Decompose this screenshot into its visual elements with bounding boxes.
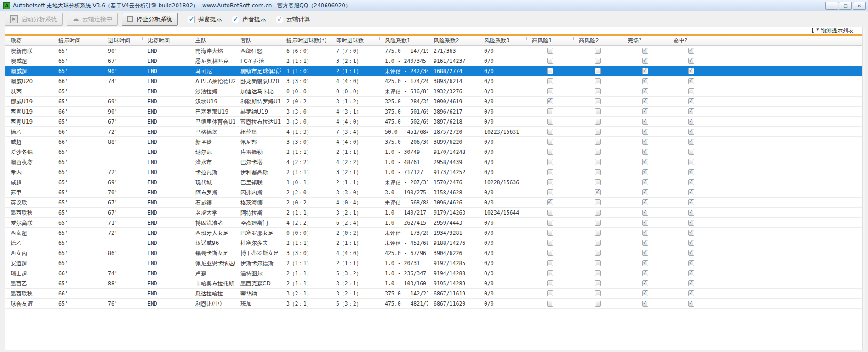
minimize-button[interactable]: — <box>825 2 838 10</box>
hit-checkbox[interactable] <box>688 189 694 195</box>
table-row[interactable]: 西女超65'72'END西班牙人女足巴塞罗那女足0（0：0）2（0：2）未评估 … <box>5 228 865 238</box>
table-row[interactable]: 西青U1966'90'END巴塞罗那U19赫罗纳U193（3：0）4（3：1）3… <box>5 107 865 117</box>
table-row[interactable]: 西青U1965'67'END马德里体育会U19富恩拉布拉达U193（3：0）4（… <box>5 117 865 127</box>
table-row[interactable]: 墨西联秋66'END瓜达拉哈拉蒂华纳3（2：1）3（2：1）375.0 - 14… <box>5 289 865 299</box>
close-button[interactable]: × <box>853 2 866 10</box>
finished-checkbox[interactable] <box>642 189 648 195</box>
high-risk1-checkbox[interactable] <box>547 58 553 64</box>
high-risk2-checkbox[interactable] <box>595 68 601 74</box>
high-risk1-checkbox[interactable] <box>547 98 553 104</box>
column-header-14[interactable]: 完场? <box>622 36 668 45</box>
high-risk1-checkbox[interactable] <box>547 88 553 94</box>
hit-checkbox[interactable] <box>688 270 694 276</box>
finished-checkbox[interactable] <box>642 58 648 64</box>
hit-checkbox[interactable] <box>688 78 694 84</box>
hit-checkbox[interactable] <box>688 58 694 64</box>
finished-checkbox[interactable] <box>642 139 648 145</box>
stop-analysis-button[interactable]: 停止分析系统 <box>122 13 178 26</box>
high-risk1-checkbox[interactable] <box>547 179 553 185</box>
hit-checkbox[interactable] <box>688 119 694 125</box>
table-row[interactable]: 德乙65'END汉诺威96杜塞尔多夫2（1：1）2（1：1）未评估 - 452/… <box>5 238 865 248</box>
sound-alert-checkbox[interactable] <box>232 16 239 23</box>
high-risk1-checkbox[interactable] <box>547 230 553 236</box>
finished-checkbox[interactable] <box>642 220 648 226</box>
high-risk1-checkbox[interactable] <box>547 290 553 296</box>
table-row[interactable]: 挪威U1965'69'END汉坎U19利勒斯特罗姆U192（0：2）3（1：2）… <box>5 97 865 107</box>
finished-checkbox[interactable] <box>642 169 648 175</box>
column-header-12[interactable]: 高风险1 <box>526 36 573 45</box>
high-risk2-checkbox[interactable] <box>595 88 601 94</box>
finished-checkbox[interactable] <box>642 159 648 165</box>
high-risk1-checkbox[interactable] <box>547 139 553 145</box>
high-risk2-checkbox[interactable] <box>595 159 601 165</box>
hit-checkbox[interactable] <box>688 210 694 216</box>
finished-checkbox[interactable] <box>642 240 648 246</box>
hit-checkbox[interactable] <box>688 301 694 307</box>
finished-checkbox[interactable] <box>642 129 648 135</box>
hit-checkbox[interactable] <box>688 88 694 94</box>
table-row[interactable]: 德乙66'72'END马格德堡纽伦堡4（1：3）7（3：4）50.0 - 451… <box>5 127 865 137</box>
table-row[interactable]: 澳西夜赛65'END湾水市巴尔卡塔4（2：2）4（2：2）1.0 - 48/61… <box>5 157 865 167</box>
finished-checkbox[interactable] <box>642 108 648 114</box>
high-risk1-checkbox[interactable] <box>547 169 553 175</box>
table-row[interactable]: 澳新南联65'90'END南海岸火焰西部狂怒6（6：0）7（7：0）775.0 … <box>5 46 865 56</box>
hit-checkbox[interactable] <box>688 48 694 54</box>
hit-checkbox[interactable] <box>688 250 694 256</box>
finished-checkbox[interactable] <box>642 230 648 236</box>
hit-checkbox[interactable] <box>688 230 694 236</box>
high-risk1-checkbox[interactable] <box>547 108 553 114</box>
high-risk2-checkbox[interactable] <box>595 179 601 185</box>
hit-checkbox[interactable] <box>688 98 694 104</box>
cloud-compute-checkbox[interactable] <box>276 16 283 23</box>
high-risk2-checkbox[interactable] <box>595 280 601 286</box>
finished-checkbox[interactable] <box>642 270 648 276</box>
vertical-scrollbar[interactable] <box>862 27 865 350</box>
column-header-5[interactable]: 主队 <box>190 36 235 45</box>
table-row[interactable]: 澳威U2066'74'ENDA.P.I.A莱恰德U20卧龙岗狼队U203（3：0… <box>5 76 865 86</box>
table-row[interactable]: 墨西乙65'88'END卡哈奥布拉托斯墨西克森CD2（1：1）3（2：1）1.0… <box>5 278 865 289</box>
popup-alert-toggle[interactable]: 弹窗提示 <box>188 15 222 23</box>
column-header-8[interactable]: 即时进球数 <box>331 36 379 45</box>
start-analysis-button[interactable]: ▶ 启动分析系统 <box>5 13 63 26</box>
high-risk1-checkbox[interactable] <box>547 189 553 195</box>
high-risk2-checkbox[interactable] <box>595 189 601 195</box>
column-header-7[interactable]: 提示时进球数(*) <box>281 36 331 45</box>
high-risk2-checkbox[interactable] <box>595 250 601 256</box>
hit-checkbox[interactable] <box>688 169 694 175</box>
high-risk1-checkbox[interactable] <box>547 270 553 276</box>
high-risk1-checkbox[interactable] <box>547 129 553 135</box>
high-risk1-checkbox[interactable] <box>547 199 553 205</box>
table-row[interactable]: 爱尔高联65'71'END博因流浪者圣杰姆斯门4（2：2）6（2：4）1.0 -… <box>5 218 865 228</box>
high-risk2-checkbox[interactable] <box>595 240 601 246</box>
column-header-11[interactable]: 风险系数3 <box>479 36 526 45</box>
popup-alert-checkbox[interactable] <box>188 16 195 23</box>
table-row[interactable]: 以丙65'END沙法拉姆加迪达马卡比0（0：0）0（0：0）未评估 - 616/… <box>5 86 865 97</box>
high-risk2-checkbox[interactable] <box>595 220 601 226</box>
high-risk1-checkbox[interactable] <box>547 119 553 125</box>
high-risk1-checkbox[interactable] <box>547 250 553 256</box>
column-header-10[interactable]: 风险系数2 <box>428 36 479 45</box>
table-row[interactable]: 瑞士超66'74'END卢森温特图尔2（1：1）5（3：2）1.0 - 236/… <box>5 268 865 278</box>
high-risk1-checkbox[interactable] <box>547 78 553 84</box>
sound-alert-toggle[interactable]: 声音提示 <box>232 15 266 23</box>
high-risk2-checkbox[interactable] <box>595 139 601 145</box>
high-risk1-checkbox[interactable] <box>547 240 553 246</box>
hit-checkbox[interactable] <box>688 220 694 226</box>
column-header-6[interactable]: 客队 <box>235 36 281 45</box>
finished-checkbox[interactable] <box>642 119 648 125</box>
high-risk1-checkbox[interactable] <box>547 301 553 307</box>
table-row[interactable]: 爱沙冬锦65'END纳尔瓦库雷撒勒2（1：1）2（1：1）1.0 - 30/49… <box>5 147 865 157</box>
finished-checkbox[interactable] <box>642 68 648 74</box>
column-header-13[interactable]: 高风险2 <box>573 36 622 45</box>
hit-checkbox[interactable] <box>688 199 694 205</box>
finished-checkbox[interactable] <box>642 280 648 286</box>
high-risk2-checkbox[interactable] <box>595 301 601 307</box>
table-row[interactable]: 威超65'69'END现代城巴里镇联1（0：1）2（1：1）未评估 - 207/… <box>5 177 865 187</box>
finished-checkbox[interactable] <box>642 301 648 307</box>
finished-checkbox[interactable] <box>642 290 648 296</box>
finished-checkbox[interactable] <box>642 149 648 155</box>
high-risk1-checkbox[interactable] <box>547 220 553 226</box>
high-risk2-checkbox[interactable] <box>595 119 601 125</box>
hit-checkbox[interactable] <box>688 139 694 145</box>
finished-checkbox[interactable] <box>642 250 648 256</box>
